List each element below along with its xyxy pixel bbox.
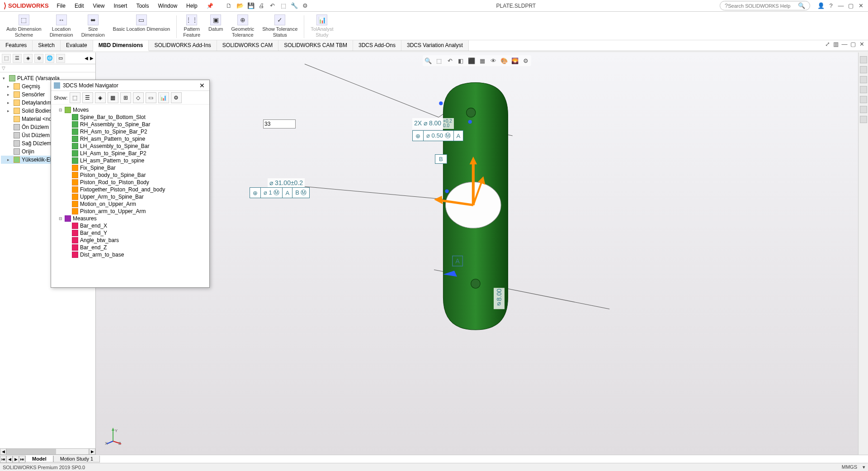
menu-window[interactable]: Window (153, 1, 182, 11)
cmd-show-tolerance[interactable]: ✓Show ToleranceStatus (259, 14, 301, 39)
ft-display-icon[interactable]: ◈ (24, 54, 33, 63)
cmd-auto-dimension[interactable]: ⬚Auto DimensionScheme (3, 14, 45, 39)
doc-expand-icon[interactable]: ⤢ (824, 40, 831, 48)
nav-close-button[interactable]: ✕ (198, 81, 207, 90)
open-icon[interactable]: 📂 (236, 2, 244, 10)
search-input[interactable] (728, 3, 798, 9)
print-icon[interactable]: 🖨 (258, 2, 265, 10)
search-icon[interactable]: 🔍 (798, 2, 805, 9)
help2-icon[interactable]: ? (827, 2, 835, 10)
options-icon[interactable]: ⚙ (302, 2, 309, 10)
nav-measure-item[interactable]: Dist_arm_to_base (53, 251, 208, 258)
nav-measure-item[interactable]: Angle_btw_bars (53, 237, 208, 244)
datum-b-label[interactable]: B (435, 154, 447, 164)
close-icon[interactable]: ✕ (857, 2, 864, 10)
cmd-geo-tolerance[interactable]: ⊕GeometricTolerance (228, 14, 258, 39)
doc-maximize-icon[interactable]: ▢ (849, 40, 857, 48)
ft-arrow-right-icon[interactable]: ▶ (90, 56, 94, 61)
user-icon[interactable]: 👤 (817, 2, 825, 10)
select-icon[interactable]: ⬚ (280, 2, 287, 10)
status-extra-icon[interactable]: ▾ (863, 464, 865, 470)
ft-arrow-left-icon[interactable]: ◀ (85, 56, 88, 61)
fcf-position-2[interactable]: ⊕ ⌀ 0.50 Ⓜ A (412, 130, 463, 141)
new-icon[interactable]: 🗋 (226, 2, 233, 10)
nav-move-item[interactable]: RH_Asm_to_Spine_Bar_P2 (53, 128, 208, 135)
nav-move-item[interactable]: Piston_Rod_to_Piston_Body (53, 179, 208, 186)
nav-tb-7-icon[interactable]: ▭ (146, 92, 156, 103)
fcf-position-1[interactable]: ⊕ ⌀ 1 Ⓜ A B Ⓜ (250, 187, 310, 198)
status-units[interactable]: MMGS (842, 464, 857, 470)
cmd-size-dimension[interactable]: ⬌SizeDimension (78, 14, 108, 39)
nav-move-item[interactable]: RH_asm_Pattern_to_spine (53, 135, 208, 143)
collapse-icon[interactable]: ⊟ (58, 216, 63, 221)
nav-move-item[interactable]: LH_asm_Pattern_to_spine (53, 157, 208, 164)
tab-sw-cam[interactable]: SOLIDWORKS CAM (217, 40, 278, 51)
search-box[interactable]: ? 🔍 (720, 1, 810, 10)
ft-filter-icon[interactable]: ⊕ (34, 54, 43, 63)
collapse-icon[interactable]: ⊟ (58, 108, 63, 112)
nav-tb-1-icon[interactable]: ⬚ (70, 92, 80, 103)
nav-move-item[interactable]: Piston_arm_to_Upper_Arm (53, 208, 208, 215)
3dcs-navigator-window[interactable]: 3DCS Model Navigator ✕ Show: ⬚ ☰ ◈ ▦ ⊞ ◇… (51, 80, 210, 288)
nav-measure-item[interactable]: Bar_end_X (53, 222, 208, 229)
nav-tb-8-icon[interactable]: 📊 (158, 92, 169, 103)
menu-edit[interactable]: Edit (70, 1, 89, 11)
rr-forum-icon[interactable] (860, 116, 867, 123)
tab-mbd-dimensions[interactable]: MBD Dimensions (93, 40, 149, 51)
rr-appearance-icon[interactable] (860, 96, 867, 103)
ft-hscroll[interactable]: ◀ ▶ (0, 448, 95, 455)
cmd-location-dimension[interactable]: ↔LocationDimension (46, 14, 77, 39)
save-icon[interactable]: 💾 (247, 2, 255, 10)
cmd-pattern-feature[interactable]: ⋮⋮PatternFeature (179, 14, 204, 39)
doc-minimize-icon[interactable]: — (841, 40, 848, 48)
side-dimension[interactable]: ⌀8.00 (494, 288, 505, 309)
nav-tb-3-icon[interactable]: ◈ (95, 92, 106, 103)
menu-tools[interactable]: Tools (132, 1, 153, 11)
rr-custom-icon[interactable] (860, 106, 867, 113)
tab-nav-first-icon[interactable]: ⏮ (0, 456, 6, 463)
nav-tb-5-icon[interactable]: ⊞ (120, 92, 131, 103)
cmd-datum[interactable]: ▣Datum (205, 14, 226, 33)
menu-pin-icon[interactable]: 📌 (202, 1, 218, 11)
scroll-thumb[interactable] (7, 449, 56, 454)
nav-move-item[interactable]: LH_Asm_to_Spine_Bar_P2 (53, 150, 208, 157)
menu-insert[interactable]: Insert (109, 1, 132, 11)
nav-titlebar[interactable]: 3DCS Model Navigator ✕ (51, 80, 209, 91)
nav-moves-group[interactable]: ⊟Moves (53, 106, 208, 114)
nav-tb-2-icon[interactable]: ☰ (82, 92, 93, 103)
tab-3dcs-variation[interactable]: 3DCS Variation Analyst (401, 40, 469, 51)
part-model[interactable]: A (96, 52, 858, 455)
tab-nav-prev-icon[interactable]: ◀ (6, 456, 13, 463)
scroll-right-icon[interactable]: ▶ (89, 448, 95, 455)
nav-move-item[interactable]: Fixtogether_Piston_Rod_and_body (53, 186, 208, 193)
nav-move-item[interactable]: Piston_body_to_Spine_Bar (53, 171, 208, 179)
tab-nav-next-icon[interactable]: ▶ (13, 456, 19, 463)
dimension-input[interactable] (263, 119, 296, 128)
nav-measures-group[interactable]: ⊟Measures (53, 215, 208, 222)
rr-view-icon[interactable] (860, 86, 867, 93)
filter-icon[interactable]: ▽ (2, 66, 5, 71)
doc-split-icon[interactable]: ▥ (832, 40, 840, 48)
nav-move-item[interactable]: Upper_Arm_to_Spine_Bar (53, 193, 208, 200)
nav-tb-6-icon[interactable]: ◇ (133, 92, 144, 103)
undo-icon[interactable]: ↶ (269, 2, 276, 10)
ft-view-icon[interactable]: ▭ (56, 54, 65, 63)
tab-sketch[interactable]: Sketch (33, 40, 61, 51)
menu-view[interactable]: View (89, 1, 109, 11)
minimize-icon[interactable]: — (837, 2, 844, 10)
rr-resources-icon[interactable] (860, 66, 867, 73)
nav-move-item[interactable]: LH_Assembly_to_Spine_Bar (53, 143, 208, 150)
tab-sw-addins[interactable]: SOLIDWORKS Add-Ins (149, 40, 217, 51)
tab-features[interactable]: Features (0, 40, 33, 51)
scroll-track[interactable] (6, 448, 89, 455)
menu-help[interactable]: Help (182, 1, 202, 11)
menu-file[interactable]: File (52, 1, 70, 11)
doc-close-icon[interactable]: ✕ (858, 40, 865, 48)
nav-measure-item[interactable]: Bar_end_Y (53, 229, 208, 237)
dimension-2xdia8[interactable]: 2X ⌀ 8.00 +0.2 0.0 (412, 118, 454, 129)
nav-measure-item[interactable]: Bar_end_Z (53, 244, 208, 251)
expand-icon[interactable]: ▾ (3, 76, 7, 81)
bottom-tab-motion-study[interactable]: Motion Study 1 (53, 456, 100, 462)
nav-move-item[interactable]: Fix_Spine_Bar (53, 164, 208, 171)
maximize-icon[interactable]: ▢ (847, 2, 854, 10)
